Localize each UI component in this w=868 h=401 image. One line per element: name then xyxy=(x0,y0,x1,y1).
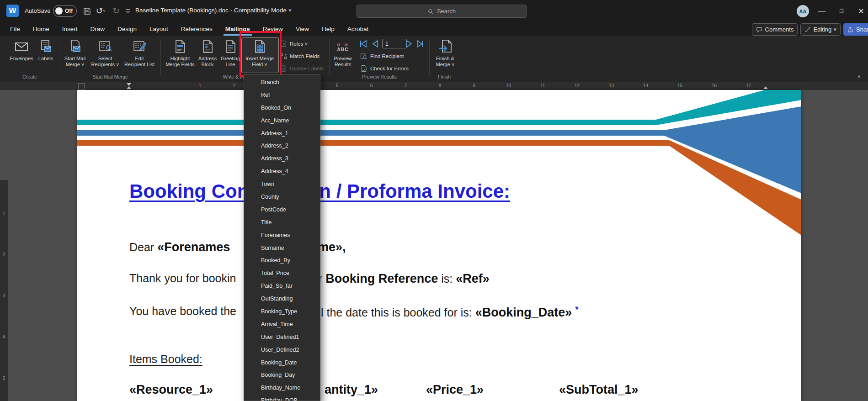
start-mail-merge-button[interactable]: Start MailMerge ˅ xyxy=(61,37,89,68)
ruler-number: 5 xyxy=(0,376,8,381)
tab-layout[interactable]: Layout xyxy=(143,22,175,36)
merge-field-option-acc-name[interactable]: Acc_Name xyxy=(244,114,320,127)
merge-field-option-total-price[interactable]: Total_Price xyxy=(244,267,320,280)
ruler-number: 6 xyxy=(354,83,389,88)
preview-results-button[interactable]: « » ABC PreviewResults xyxy=(331,37,355,68)
select-recipients-label: SelectRecipients ˅ xyxy=(91,56,119,68)
envelopes-button[interactable]: Envelopes xyxy=(8,37,35,62)
vertical-ruler: 1 2 3 4 5 6 7 xyxy=(0,180,8,401)
first-line-indent-marker[interactable] xyxy=(127,83,131,86)
tab-draw[interactable]: Draw xyxy=(84,22,112,36)
ruler-number: 1 xyxy=(0,211,8,216)
merge-field-option-outstanding[interactable]: OutStanding xyxy=(244,292,320,305)
check-for-errors-button[interactable]: Check for Errors xyxy=(360,65,409,72)
check-for-errors-icon xyxy=(360,65,367,72)
rules-button[interactable]: Rules ˅ xyxy=(280,40,308,47)
record-number-input[interactable] xyxy=(382,39,407,48)
redo-button[interactable]: ↻ xyxy=(111,5,122,16)
tab-acrobat[interactable]: Acrobat xyxy=(341,22,375,36)
merge-field-option-address-2[interactable]: Address_2 xyxy=(244,139,320,152)
maximize-button[interactable] xyxy=(832,0,852,22)
body-line2-right: r Booking Reference is: «Ref» xyxy=(319,272,490,286)
previous-record-button[interactable] xyxy=(371,40,379,47)
merge-field-option-forenames[interactable]: Forenames xyxy=(244,229,320,242)
finish-merge-button[interactable]: Finish &Merge ˅ xyxy=(431,37,459,68)
document-title: Baseline Template (Bookings).doc - Compa… xyxy=(135,7,292,14)
tab-design[interactable]: Design xyxy=(111,22,143,36)
merge-field-option-user-defined1[interactable]: User_Defined1 xyxy=(244,331,320,343)
merge-field-option-address-3[interactable]: Address_3 xyxy=(244,152,320,165)
select-recipients-button[interactable]: SelectRecipients ˅ xyxy=(90,37,121,68)
save-button[interactable] xyxy=(81,5,92,16)
merge-field-option-booked-by[interactable]: Booked_By xyxy=(244,254,320,267)
document-page[interactable]: Booking Confirmation / Proforma Invoice:… xyxy=(77,90,801,401)
merge-field-option-arrival-time[interactable]: Arrival_Time xyxy=(244,318,320,331)
group-divider xyxy=(460,39,460,75)
ribbon-tab-row: File Home Insert Draw Design Layout Refe… xyxy=(0,22,868,36)
update-labels-label: Update Labels xyxy=(290,66,324,71)
merge-field-option-town[interactable]: Town xyxy=(244,178,320,190)
greeting-line-button[interactable]: GreetingLine xyxy=(219,37,241,68)
pencil-icon xyxy=(804,26,811,33)
merge-field-option-birthday-dob[interactable]: Birthday_DOB xyxy=(244,394,320,401)
merge-field-option-booking-day[interactable]: Booking_Day xyxy=(244,369,320,381)
find-recipient-button[interactable]: Find Recipient xyxy=(360,53,404,60)
merge-field-option-address-1[interactable]: Address_1 xyxy=(244,127,320,140)
editing-mode-button[interactable]: Editing ˅ xyxy=(800,23,841,36)
ribbon-tabs: File Home Insert Draw Design Layout Refe… xyxy=(4,22,375,36)
word-app-icon[interactable]: W xyxy=(6,5,19,17)
autosave-state: Off xyxy=(65,8,73,14)
tab-stop-selector[interactable] xyxy=(78,83,85,90)
tab-help[interactable]: Help xyxy=(315,22,341,36)
tab-home[interactable]: Home xyxy=(27,22,56,36)
tab-references[interactable]: References xyxy=(175,22,219,36)
merge-field-option-booking-date[interactable]: Booking_Date xyxy=(244,356,320,369)
salutation-right: me», xyxy=(318,240,346,254)
group-label-create: Create xyxy=(22,74,37,79)
toggle-knob-icon xyxy=(55,7,63,15)
title-separator: - xyxy=(230,7,233,14)
merge-field-option-user-defined2[interactable]: User_Defined2 xyxy=(244,343,320,356)
labels-button[interactable]: Labels xyxy=(34,37,58,62)
customize-quick-access-button[interactable] xyxy=(122,5,133,16)
minimize-button[interactable]: — xyxy=(812,0,832,22)
collapse-ribbon-button[interactable]: ˄ xyxy=(857,74,861,80)
first-record-button[interactable] xyxy=(359,40,367,47)
merge-field-option-surname[interactable]: Surname xyxy=(244,242,320,254)
next-record-button[interactable] xyxy=(405,40,413,47)
address-block-button[interactable]: AddressBlock xyxy=(197,37,218,68)
tab-view[interactable]: View xyxy=(289,22,315,36)
group-label-finish: Finish xyxy=(438,74,451,79)
match-fields-button[interactable]: Match Fields xyxy=(280,53,320,60)
hanging-indent-marker[interactable] xyxy=(127,86,131,89)
last-record-button[interactable] xyxy=(416,40,424,47)
autosave-label: AutoSave xyxy=(25,7,50,14)
autosave-toggle[interactable]: Off xyxy=(53,5,77,17)
merge-field-option-address-4[interactable]: Address_4 xyxy=(244,165,320,178)
compatibility-mode-label[interactable]: Compatibility Mode ˅ xyxy=(234,7,292,14)
merge-field-option-branch[interactable]: Branch xyxy=(244,76,320,89)
undo-icon: ↺ xyxy=(96,6,103,16)
comments-button[interactable]: Comments xyxy=(752,23,798,36)
ruler-number: 12 xyxy=(560,83,594,88)
tab-file[interactable]: File xyxy=(4,22,27,36)
share-button[interactable]: Share ˅ xyxy=(843,23,868,36)
merge-field-option-postcode[interactable]: PostCode xyxy=(244,203,320,216)
merge-field-option-booked-on[interactable]: Booked_On xyxy=(244,101,320,114)
search-input[interactable]: Search xyxy=(357,5,527,18)
merge-field-option-paid-so-far[interactable]: Paid_So_far xyxy=(244,280,320,292)
document-canvas: 1 2 3 4 5 6 7 Booking Confirmation / Pro… xyxy=(0,90,868,401)
merge-field-option-ref[interactable]: Ref xyxy=(244,89,320,101)
highlight-merge-fields-button[interactable]: HighlightMerge Fields xyxy=(163,37,197,68)
close-button[interactable]: ✕ xyxy=(851,0,868,22)
undo-button[interactable]: ↺ ˅ xyxy=(95,5,106,16)
merge-field-option-birthday-name[interactable]: Birthday_Name xyxy=(244,381,320,394)
merge-field-option-title[interactable]: Title xyxy=(244,216,320,229)
account-avatar[interactable]: AA xyxy=(797,5,809,17)
rules-label: Rules ˅ xyxy=(290,41,308,47)
body-line3-left: You have booked the xyxy=(129,305,236,318)
merge-field-option-county[interactable]: County xyxy=(244,190,320,203)
tab-insert[interactable]: Insert xyxy=(56,22,84,36)
edit-recipient-list-button[interactable]: EditRecipient List xyxy=(121,37,158,68)
merge-field-option-booking-type[interactable]: Booking_Type xyxy=(244,305,320,318)
